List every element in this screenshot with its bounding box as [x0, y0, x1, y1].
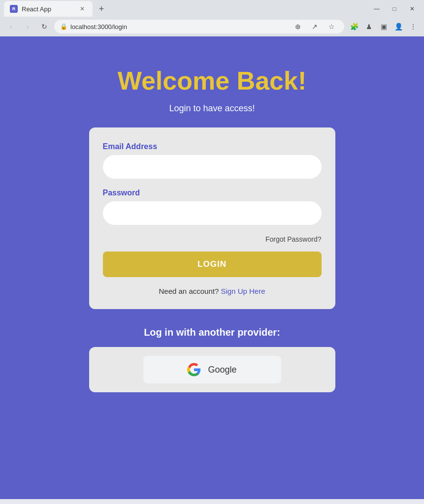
tab-title: React App [22, 5, 51, 13]
subtitle: Login to have access! [169, 103, 255, 114]
profile-avatar-icon[interactable]: 👤 [391, 20, 405, 33]
provider-title: Log in with another provider: [144, 327, 280, 338]
toolbar-icons: 🧩 ♟ ▣ 👤 ⋮ [347, 20, 420, 33]
menu-icon[interactable]: ⋮ [406, 20, 420, 33]
tab-close-button[interactable]: ✕ [78, 4, 87, 13]
password-label: Password [103, 189, 322, 197]
minimize-button[interactable]: — [369, 3, 385, 15]
forward-button[interactable]: › [21, 20, 34, 33]
new-tab-button[interactable]: + [95, 2, 108, 16]
forgot-password-link[interactable]: Forgot Password? [265, 235, 322, 243]
profile-icon-1[interactable]: ♟ [362, 20, 376, 33]
email-input[interactable] [103, 155, 322, 179]
email-label: Email Address [103, 142, 322, 151]
signup-prompt: Need an account? [159, 287, 219, 295]
address-bar-row: ‹ › ↻ 🔒 localhost:3000/login ⊕ ↗ ☆ 🧩 ♟ ▣… [0, 18, 424, 36]
zoom-icon: ⊕ [291, 20, 305, 33]
lock-icon: 🔒 [60, 23, 67, 30]
browser-tab[interactable]: R React App ✕ [4, 1, 93, 17]
login-card: Email Address Password Forgot Password? … [89, 127, 335, 309]
login-button[interactable]: LOGIN [103, 252, 322, 277]
signup-row: Need an account? Sign Up Here [103, 287, 322, 295]
refresh-button[interactable]: ↻ [37, 20, 51, 33]
url-text: localhost:3000/login [70, 23, 288, 31]
bookmark-icon: ☆ [325, 20, 338, 33]
provider-card: Google [89, 347, 335, 392]
back-button[interactable]: ‹ [4, 20, 18, 33]
close-button[interactable]: ✕ [404, 3, 420, 15]
google-button-label: Google [208, 365, 236, 375]
password-input[interactable] [103, 201, 322, 225]
browser-chrome: R React App ✕ + — □ ✕ ‹ › ↻ 🔒 localhost:… [0, 0, 424, 36]
sidebar-toggle-icon[interactable]: ▣ [377, 20, 391, 33]
title-bar: R React App ✕ + — □ ✕ [0, 0, 424, 18]
tab-favicon: R [10, 5, 18, 13]
google-button[interactable]: Google [143, 356, 281, 383]
address-bar[interactable]: 🔒 localhost:3000/login ⊕ ↗ ☆ [54, 20, 344, 33]
window-controls: — □ ✕ [369, 3, 420, 15]
welcome-title: Welcome Back! [118, 66, 306, 95]
forgot-password-row: Forgot Password? [103, 235, 322, 244]
google-logo-icon [187, 363, 201, 377]
maximize-button[interactable]: □ [387, 3, 402, 15]
signup-link[interactable]: Sign Up Here [221, 287, 265, 295]
extensions-icon[interactable]: 🧩 [347, 20, 361, 33]
provider-section: Log in with another provider: Google [89, 327, 335, 392]
share-icon: ↗ [308, 20, 322, 33]
page-content: Welcome Back! Login to have access! Emai… [0, 36, 424, 499]
